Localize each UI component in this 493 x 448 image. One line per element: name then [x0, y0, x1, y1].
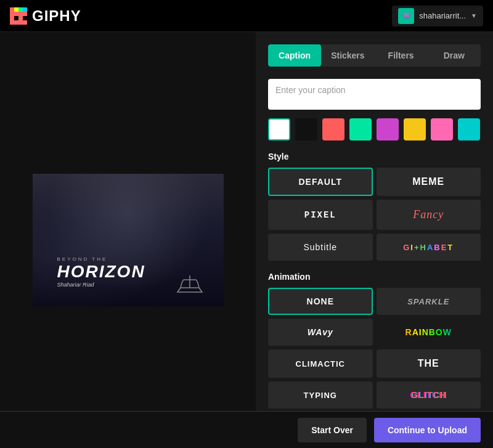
color-swatch-yellow[interactable]: [404, 118, 426, 141]
svg-rect-0: [10, 7, 14, 25]
preview-beyond-text: BEYOND THE: [57, 256, 145, 262]
color-swatch-pink[interactable]: [431, 118, 453, 141]
preview-panel: BEYOND THE HORIZON Shahariar Riad: [0, 32, 256, 448]
svg-rect-4: [14, 12, 18, 16]
alphabet-text: GI+HABET: [403, 243, 454, 252]
chevron-down-icon: ▼: [471, 12, 477, 19]
style-btn-meme[interactable]: MEME: [377, 168, 481, 196]
style-section-label: Style: [268, 152, 481, 161]
tab-caption[interactable]: Caption: [268, 44, 321, 67]
style-btn-fancy[interactable]: Fancy: [377, 200, 481, 230]
svg-rect-1: [14, 7, 18, 12]
anim-btn-the[interactable]: THE: [377, 349, 481, 378]
color-swatch-purple[interactable]: [377, 118, 399, 141]
svg-rect-5: [18, 12, 27, 16]
continue-upload-button[interactable]: Continue to Upload: [374, 418, 481, 442]
color-swatch-green[interactable]: [349, 118, 372, 141]
svg-rect-3: [23, 7, 27, 12]
tab-draw[interactable]: Draw: [428, 44, 481, 67]
giphy-logo-icon: [10, 7, 27, 25]
anim-btn-rainbow[interactable]: RAINBOW: [377, 319, 481, 346]
svg-rect-7: [14, 20, 27, 25]
ship-silhouette-icon: [174, 272, 205, 297]
style-btn-default[interactable]: DEFAULT: [268, 168, 373, 196]
start-over-button[interactable]: Start Over: [298, 418, 367, 442]
anim-btn-wavy[interactable]: WAvy: [268, 319, 373, 346]
username-label: shahariarrit...: [419, 11, 466, 20]
animation-grid: NONE SPARKLE WAvy RAINBOW CLIMACTIC THE …: [268, 288, 481, 409]
bottom-bar: Start Over Continue to Upload: [0, 411, 493, 448]
anim-btn-none[interactable]: NONE: [268, 288, 373, 315]
color-swatch-cyan[interactable]: [458, 118, 480, 141]
header: GIPHY 👾 shahariarrit... ▼: [0, 0, 493, 32]
preview-text-overlay: BEYOND THE HORIZON Shahariar Riad: [57, 256, 145, 288]
edit-panel: Caption Stickers Filters Draw Style DEFA…: [256, 32, 493, 448]
main-layout: BEYOND THE HORIZON Shahariar Riad Captio…: [0, 32, 493, 448]
svg-rect-6: [18, 16, 23, 20]
caption-input[interactable]: [268, 79, 481, 110]
logo-text: GIPHY: [32, 7, 81, 25]
anim-btn-climactic[interactable]: CLIMACTIC: [268, 349, 373, 378]
style-grid: DEFAULT MEME PIXEL Fancy Subtitle GI+HAB…: [268, 168, 481, 261]
color-swatches: [268, 118, 481, 141]
anim-btn-glitch[interactable]: GLITCH: [377, 381, 481, 409]
preview-sub-text: Shahariar Riad: [57, 282, 145, 288]
preview-image: BEYOND THE HORIZON Shahariar Riad: [33, 174, 224, 306]
color-swatch-black[interactable]: [295, 118, 317, 141]
logo-area: GIPHY: [10, 7, 81, 25]
style-btn-subtitle[interactable]: Subtitle: [268, 234, 373, 261]
color-swatch-white[interactable]: [268, 118, 290, 141]
tab-bar: Caption Stickers Filters Draw: [268, 44, 481, 67]
preview-title-text: HORIZON: [57, 262, 145, 282]
style-btn-pixel[interactable]: PIXEL: [268, 200, 373, 230]
anim-btn-sparkle[interactable]: SPARKLE: [377, 288, 481, 315]
style-btn-alphabet[interactable]: GI+HABET: [377, 234, 481, 261]
anim-btn-typing[interactable]: TYPING: [268, 381, 373, 409]
user-menu[interactable]: 👾 shahariarrit... ▼: [392, 6, 483, 26]
svg-rect-2: [18, 7, 23, 12]
animation-section-label: Animation: [268, 272, 481, 282]
tab-filters[interactable]: Filters: [375, 44, 428, 67]
avatar: 👾: [398, 8, 414, 24]
color-swatch-red[interactable]: [322, 118, 344, 141]
tab-stickers[interactable]: Stickers: [321, 44, 374, 67]
